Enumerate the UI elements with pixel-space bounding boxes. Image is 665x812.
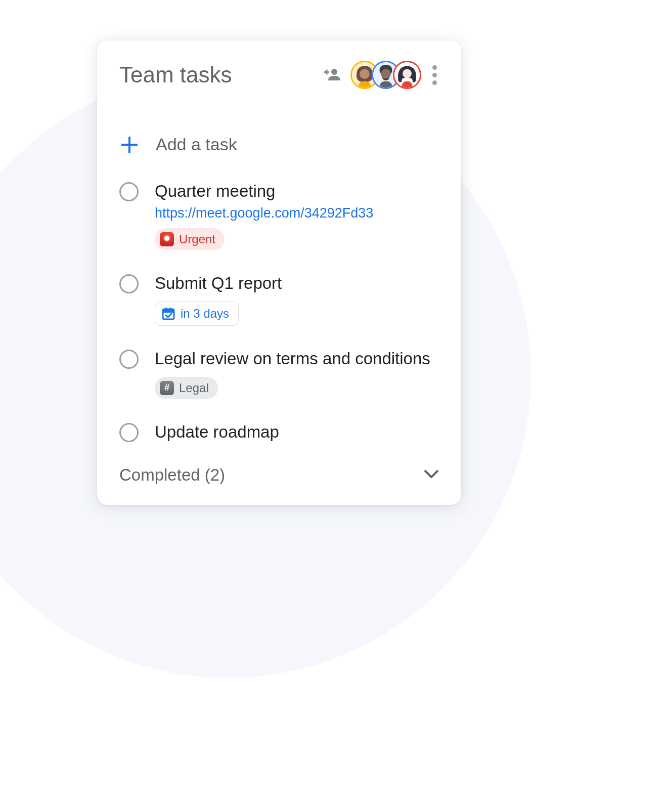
task-checkbox[interactable] [119,274,139,293]
svg-rect-2 [326,70,328,75]
svg-rect-13 [165,308,167,310]
add-task-label: Add a task [156,135,237,154]
header-actions [324,61,439,89]
tag-label: Legal [179,381,209,395]
task-checkbox[interactable] [119,350,139,369]
collaborator-avatars[interactable] [350,61,421,89]
calendar-check-icon [161,307,175,321]
add-person-icon[interactable] [324,68,341,81]
task-title: Quarter meeting [155,181,439,202]
task-item: Legal review on terms and conditions # L… [119,348,439,399]
plus-icon [119,136,140,154]
date-chip[interactable]: in 3 days [155,302,239,326]
task-title: Legal review on terms and conditions [155,348,439,370]
svg-rect-10 [121,144,138,146]
task-title: Update roadmap [155,421,439,443]
task-content[interactable]: Update roadmap [155,421,439,443]
siren-icon [160,232,174,246]
completed-label: Completed (2) [119,465,225,485]
chevron-down-icon [424,469,439,481]
tag-label: Urgent [179,232,215,246]
task-item: Submit Q1 report in 3 days [119,273,439,326]
task-checkbox[interactable] [119,423,139,442]
svg-rect-14 [170,308,171,310]
completed-section-toggle[interactable]: Completed (2) [119,465,439,485]
chip-label: in 3 days [181,307,229,321]
svg-rect-12 [163,309,174,313]
tag-legal[interactable]: # Legal [155,377,218,399]
svg-point-8 [403,69,412,78]
more-menu-icon[interactable] [430,63,439,87]
card-title: Team tasks [119,62,232,88]
card-header: Team tasks [119,61,439,89]
tag-urgent[interactable]: Urgent [155,228,225,250]
task-checkbox[interactable] [119,182,139,201]
task-item: Update roadmap [119,421,439,443]
add-task-button[interactable]: Add a task [119,135,439,154]
avatar[interactable] [393,61,421,89]
hash-icon: # [160,381,174,395]
task-title: Submit Q1 report [155,273,439,294]
svg-point-4 [360,69,370,79]
task-item: Quarter meeting https://meet.google.com/… [119,181,439,250]
task-link[interactable]: https://meet.google.com/34292Fd33 [155,205,439,221]
tasks-card: Team tasks [97,40,461,505]
task-content[interactable]: Legal review on terms and conditions # L… [155,348,439,399]
task-content[interactable]: Submit Q1 report in 3 days [155,273,439,326]
svg-point-0 [331,69,337,75]
task-content[interactable]: Quarter meeting https://meet.google.com/… [155,181,439,250]
